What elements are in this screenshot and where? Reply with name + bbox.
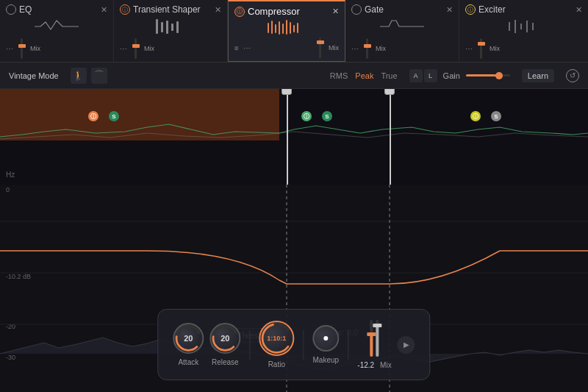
compressor-mix-label: Mix bbox=[329, 44, 339, 51]
marker-i1: ⓘ bbox=[88, 111, 98, 121]
marker-s1-circle: S bbox=[109, 111, 119, 121]
plugin-slot-eq[interactable]: EQ ✕ ⋯ Mix bbox=[0, 0, 114, 62]
main-display: ⓘ S ⓘ S ⓘ S Hz 0 -10.2 dB -20 -30 bbox=[0, 89, 588, 392]
marker-i1-circle: ⓘ bbox=[88, 111, 98, 121]
ratio-arc bbox=[260, 322, 293, 354]
marker-i2-circle: ⓘ bbox=[301, 111, 312, 121]
gain-slider[interactable] bbox=[466, 74, 510, 76]
gate-waveform bbox=[380, 16, 424, 37]
marker-s3: S bbox=[491, 111, 501, 121]
eq-dots: ⋯ bbox=[6, 45, 13, 53]
listen-icon[interactable]: L bbox=[424, 69, 437, 82]
svg-rect-10 bbox=[286, 20, 287, 35]
plugin-name-gate: Gate bbox=[365, 4, 384, 15]
transient-fader[interactable] bbox=[135, 38, 137, 59]
ratio-knob[interactable]: 1:10:1 bbox=[259, 321, 294, 356]
learn-button[interactable]: Learn bbox=[522, 69, 554, 82]
fader-white[interactable] bbox=[376, 320, 379, 357]
exciter-mix-label: Mix bbox=[490, 45, 500, 52]
detect-true[interactable]: True bbox=[381, 71, 397, 80]
fader-value: -12.2 bbox=[357, 361, 374, 369]
reset-icon[interactable]: ↺ bbox=[566, 69, 579, 82]
bottom-controls: 20 Attack 20 Release bbox=[157, 309, 430, 380]
threshold-line-2[interactable] bbox=[390, 89, 391, 185]
detect-mode-group: RMS Peak True bbox=[330, 71, 398, 80]
detect-peak[interactable]: Peak bbox=[355, 71, 373, 80]
close-transient[interactable]: ✕ bbox=[215, 5, 221, 15]
transient-mix-label: Mix bbox=[144, 45, 154, 52]
attack-label: Attack bbox=[178, 358, 198, 366]
close-exciter[interactable]: ✕ bbox=[576, 5, 582, 15]
eq-fader[interactable] bbox=[21, 38, 23, 59]
plugin-slot-transient[interactable]: ⓘ Transient Shaper ✕ ⋯ Mix bbox=[114, 0, 228, 62]
compressor-fader[interactable] bbox=[319, 38, 321, 58]
freq-display: ⓘ S ⓘ S ⓘ S Hz bbox=[0, 89, 588, 185]
marker-i3-circle: ⓘ bbox=[470, 111, 481, 121]
ratio-group: 1:10:1 Ratio bbox=[259, 321, 294, 368]
fader-pair bbox=[370, 320, 379, 357]
attack-group: 20 Attack bbox=[173, 323, 204, 366]
threshold-handle-2[interactable] bbox=[384, 89, 395, 95]
plugin-slot-compressor[interactable]: ⓘ Compressor ✕ ≡ ⋯ Mix bbox=[228, 0, 345, 62]
svg-rect-5 bbox=[268, 23, 269, 33]
threshold-handle-1[interactable] bbox=[282, 89, 292, 95]
fader-orange-thumb[interactable] bbox=[367, 332, 376, 336]
person-icon[interactable]: 🚶 bbox=[71, 68, 87, 84]
plugin-slot-exciter[interactable]: ⓘ Exciter ✕ ⋯ Mix bbox=[459, 0, 588, 62]
gate-fader[interactable] bbox=[366, 38, 368, 59]
power-btn-compressor[interactable]: ⓘ bbox=[234, 7, 245, 17]
hz-label: Hz bbox=[6, 171, 15, 179]
power-btn-transient[interactable]: ⓘ bbox=[120, 4, 130, 15]
marker-s2-circle: S bbox=[322, 111, 332, 121]
fader-group: -12.2 Mix bbox=[357, 320, 391, 369]
eq-mix-label: Mix bbox=[30, 45, 40, 52]
fader-white-fill bbox=[376, 326, 379, 357]
compressor-waveform bbox=[257, 17, 316, 38]
auto-gain-icon[interactable]: A bbox=[409, 69, 423, 82]
vintage-mode-label: Vintage Mode bbox=[9, 71, 59, 80]
svg-rect-9 bbox=[282, 24, 284, 34]
play-button[interactable]: ▶ bbox=[398, 336, 415, 354]
exciter-dots: ⋯ bbox=[465, 45, 473, 53]
transient-dots: ⋯ bbox=[120, 45, 127, 53]
detect-rms[interactable]: RMS bbox=[330, 71, 348, 80]
power-btn-eq[interactable] bbox=[6, 4, 16, 15]
attack-knob[interactable]: 20 bbox=[173, 323, 204, 354]
power-btn-gate[interactable] bbox=[351, 4, 362, 15]
compressor-lines: ≡ bbox=[234, 44, 239, 52]
gain-section: A L Gain bbox=[409, 69, 510, 82]
marker-i3: ⓘ bbox=[470, 111, 481, 121]
marker-s1: S bbox=[109, 111, 119, 121]
mode-icons: 🚶 ⌒ bbox=[71, 68, 107, 84]
control-bar: Vintage Mode 🚶 ⌒ RMS Peak True A L Gain … bbox=[0, 63, 588, 89]
exciter-waveform bbox=[502, 16, 546, 37]
marker-s3-circle: S bbox=[491, 111, 501, 121]
svg-rect-12 bbox=[293, 25, 295, 32]
close-compressor[interactable]: ✕ bbox=[332, 7, 339, 16]
close-gate[interactable]: ✕ bbox=[446, 5, 453, 15]
makeup-group: Makeup bbox=[312, 325, 339, 364]
curve-icon[interactable]: ⌒ bbox=[91, 68, 107, 84]
power-btn-exciter[interactable]: ⓘ bbox=[465, 4, 476, 15]
threshold-line-1[interactable] bbox=[287, 89, 288, 185]
transient-waveform bbox=[148, 16, 193, 37]
plugin-name-eq: EQ bbox=[19, 4, 32, 15]
marker-s2: S bbox=[322, 111, 332, 121]
svg-rect-7 bbox=[275, 24, 276, 33]
gain-knob[interactable] bbox=[495, 72, 503, 79]
svg-rect-11 bbox=[290, 22, 291, 34]
gate-dots: ⋯ bbox=[351, 45, 359, 53]
release-group: 20 Release bbox=[209, 323, 240, 366]
makeup-dial[interactable] bbox=[312, 325, 339, 352]
svg-rect-1 bbox=[161, 22, 163, 32]
makeup-dot bbox=[323, 336, 328, 341]
fader-white-thumb[interactable] bbox=[373, 324, 381, 327]
svg-rect-3 bbox=[171, 24, 173, 31]
release-knob[interactable]: 20 bbox=[209, 323, 240, 354]
separator-2 bbox=[303, 330, 304, 360]
plugin-slot-gate[interactable]: Gate ✕ ⋯ Mix bbox=[345, 0, 459, 62]
eq-waveform bbox=[35, 16, 79, 37]
close-eq[interactable]: ✕ bbox=[101, 5, 107, 15]
exciter-fader[interactable] bbox=[480, 38, 482, 59]
release-arc bbox=[211, 324, 239, 352]
